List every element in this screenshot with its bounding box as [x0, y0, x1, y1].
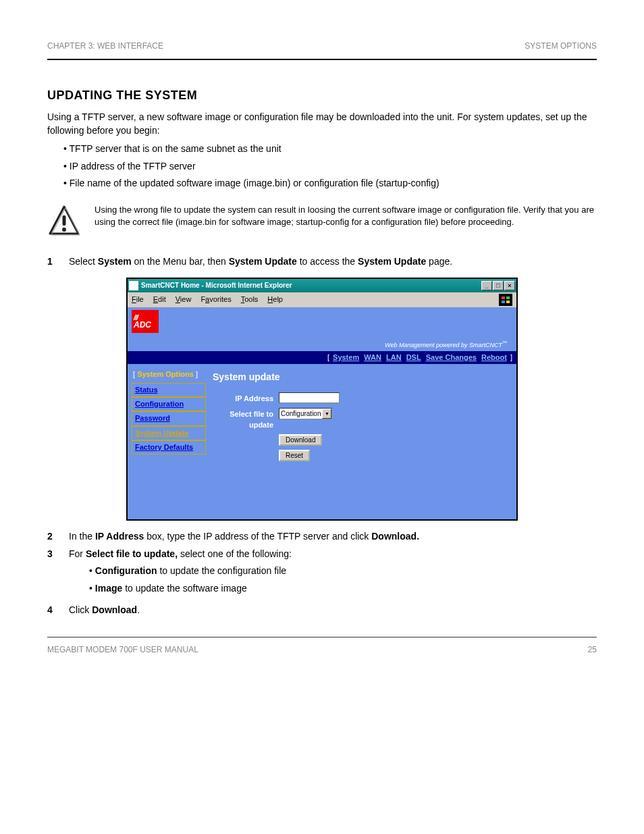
screenshot-browser: SmartCNCT Home - Microsoft Internet Expl… [126, 278, 518, 521]
svg-rect-3 [502, 296, 505, 299]
nav-reboot[interactable]: Reboot [481, 353, 507, 361]
sidebar: [ System Options ] Status Configuration … [132, 368, 206, 515]
download-bold-2: Download [92, 604, 137, 615]
main-panel: System update IP Address Select file to … [206, 368, 512, 515]
nav-save-changes[interactable]: Save Changes [426, 353, 477, 361]
top-rule [47, 59, 597, 60]
svg-rect-6 [506, 301, 510, 303]
sidebar-header: [ System Options ] [132, 368, 206, 382]
minimize-button[interactable]: _ [481, 281, 492, 290]
system-update-label: System Update [229, 256, 297, 267]
svg-rect-0 [63, 215, 66, 226]
svg-rect-5 [502, 301, 505, 303]
window-title: SmartCNCT Home - Microsoft Internet Expl… [141, 281, 292, 290]
close-button[interactable]: × [504, 281, 515, 290]
window-titlebar: SmartCNCT Home - Microsoft Internet Expl… [128, 279, 516, 292]
step-number: 4 [47, 604, 61, 617]
ie-logo-icon [499, 294, 512, 306]
sidebar-item-password[interactable]: Password [132, 411, 206, 425]
bottom-rule [47, 637, 597, 637]
menu-help[interactable]: Help [267, 294, 283, 305]
page-header: CHAPTER 3: WEB INTERFACE SYSTEM OPTIONS [47, 41, 597, 52]
select-file-label: Select file to update [213, 408, 273, 430]
logo-row: /// ADC Web Management powered by SmartC… [128, 307, 516, 351]
footer-left: MEGABIT MODEM 700F USER MANUAL [47, 644, 198, 656]
nav-dsl[interactable]: DSL [406, 353, 421, 361]
step-2: 2 In the IP Address box, type the IP add… [47, 530, 597, 544]
caution-block: Using the wrong file to update the syste… [47, 204, 597, 242]
header-left: CHAPTER 3: WEB INTERFACE [47, 41, 163, 52]
maximize-button[interactable]: □ [493, 281, 504, 290]
sidebar-item-configuration[interactable]: Configuration [132, 397, 206, 411]
system-update-page-label: System Update [358, 256, 426, 267]
header-right: SYSTEM OPTIONS [525, 41, 597, 52]
ip-address-label: IP Address [213, 392, 273, 404]
step-1: 1 Select System on the Menu bar, then Sy… [47, 255, 597, 269]
caution-icon [47, 204, 81, 242]
sidebar-item-factory-defaults[interactable]: Factory Defaults [132, 440, 206, 454]
sub-steps: Configuration to update the configuratio… [69, 565, 292, 595]
ie-app-icon [129, 281, 138, 290]
steps-list: 1 Select System on the Menu bar, then Sy… [47, 255, 597, 269]
nav-system[interactable]: System [333, 353, 359, 361]
tagline: Web Management powered by SmartCNCT™ [132, 333, 512, 351]
step-3: 3 For Select file to update, select one … [47, 548, 597, 600]
menubar: FFileile Edit View Favorites Tools Help [128, 292, 516, 307]
menu-favorites[interactable]: Favorites [200, 294, 231, 305]
download-button[interactable]: Download [279, 434, 322, 446]
step-number: 3 [47, 548, 61, 600]
step-number: 1 [47, 255, 61, 269]
select-file-bold: Select file to update, [86, 548, 178, 559]
top-nav: [ System WAN LAN DSL Save Changes Reboot… [128, 351, 516, 364]
step-number: 2 [47, 530, 61, 544]
download-bold: Download [371, 531, 417, 542]
svg-point-1 [62, 228, 66, 232]
list-item: File name of the updated software image … [74, 177, 597, 190]
file-select[interactable]: Configuration ▼ [279, 408, 332, 419]
menu-tools[interactable]: Tools [241, 294, 259, 305]
caution-text: Using the wrong file to update the syste… [95, 204, 597, 228]
menu-view[interactable]: View [176, 294, 192, 305]
chevron-down-icon[interactable]: ▼ [322, 409, 331, 419]
intro-text: Using a TFTP server, a new software imag… [47, 111, 597, 137]
system-label: System [98, 256, 132, 267]
list-item: IP address of the TFTP server [74, 160, 597, 174]
ip-address-bold: IP Address [95, 531, 144, 542]
menu-edit[interactable]: Edit [153, 294, 166, 305]
footer-right: 25 [588, 644, 597, 656]
list-item: Configuration to update the configuratio… [89, 565, 292, 578]
list-item: TFTP server that is on the same subnet a… [74, 142, 597, 156]
sidebar-item-system-update[interactable]: System Update [132, 426, 206, 440]
step-4: 4 Click Download. [47, 604, 597, 617]
ip-address-input[interactable] [279, 392, 340, 403]
svg-rect-4 [506, 296, 510, 299]
adc-logo: /// ADC [132, 310, 159, 333]
steps-list-cont: 2 In the IP Address box, type the IP add… [47, 530, 597, 617]
menu-file[interactable]: FFileile [132, 294, 144, 305]
reset-button[interactable]: Reset [279, 450, 310, 461]
panel-title: System update [213, 371, 506, 384]
section-title: UPDATING THE SYSTEM [47, 87, 597, 104]
page-footer: MEGABIT MODEM 700F USER MANUAL 25 [47, 644, 597, 656]
nav-wan[interactable]: WAN [364, 353, 381, 361]
prereq-list: TFTP server that is on the same subnet a… [47, 142, 597, 190]
list-item: Image to update the software image [89, 582, 292, 596]
nav-lan[interactable]: LAN [386, 353, 402, 361]
sidebar-item-status[interactable]: Status [132, 383, 206, 397]
